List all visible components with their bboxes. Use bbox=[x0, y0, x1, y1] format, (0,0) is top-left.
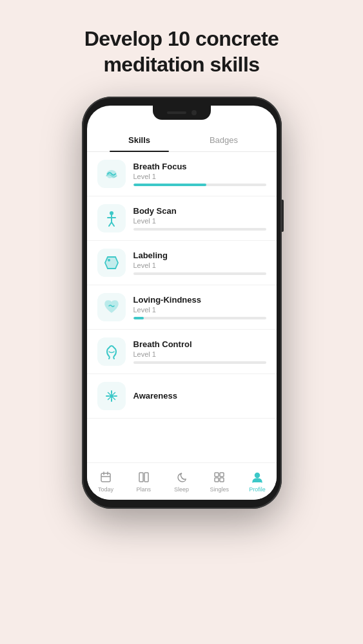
breath-control-icon bbox=[97, 337, 126, 366]
svg-rect-12 bbox=[144, 473, 148, 482]
notch-speaker bbox=[167, 111, 186, 114]
svg-point-6 bbox=[110, 394, 113, 398]
loving-kindness-icon bbox=[97, 293, 126, 321]
progress-bar bbox=[133, 228, 266, 231]
svg-rect-13 bbox=[215, 473, 219, 477]
plans-icon bbox=[137, 470, 151, 484]
svg-point-17 bbox=[255, 473, 260, 478]
svg-rect-15 bbox=[215, 478, 219, 482]
nav-plans[interactable]: Plans bbox=[124, 470, 162, 493]
svg-rect-11 bbox=[139, 473, 143, 482]
nav-profile[interactable]: Profile bbox=[239, 470, 277, 493]
list-item[interactable]: Body Scan Level 1 bbox=[87, 196, 277, 241]
today-icon bbox=[99, 470, 113, 484]
awareness-icon bbox=[97, 382, 126, 410]
nav-today[interactable]: Today bbox=[87, 470, 125, 493]
sleep-icon bbox=[174, 470, 188, 484]
page-headline: Develop 10 concretemeditation skills bbox=[84, 26, 279, 77]
progress-bar bbox=[133, 317, 266, 319]
tab-badges[interactable]: Badges bbox=[182, 129, 266, 151]
progress-bar bbox=[133, 184, 266, 186]
progress-bar bbox=[133, 361, 266, 364]
list-item[interactable]: Labeling Level 1 bbox=[87, 241, 277, 285]
singles-icon bbox=[212, 470, 226, 484]
skill-name: Loving-Kindness bbox=[133, 295, 266, 305]
nav-today-label: Today bbox=[98, 486, 113, 493]
skill-level: Level 1 bbox=[133, 217, 266, 225]
tab-bar: Skills Badges bbox=[87, 129, 277, 152]
labeling-info: Labeling Level 1 bbox=[133, 251, 266, 275]
skill-level: Level 1 bbox=[133, 350, 266, 358]
awareness-info: Awareness bbox=[133, 391, 266, 402]
skills-list: Breath Focus Level 1 bbox=[87, 152, 277, 462]
svg-rect-16 bbox=[220, 478, 224, 482]
nav-profile-label: Profile bbox=[249, 486, 266, 493]
list-item[interactable]: Awareness bbox=[87, 374, 277, 419]
skill-level: Level 1 bbox=[133, 306, 266, 314]
notch-camera bbox=[191, 110, 197, 115]
breath-control-info: Breath Control Level 1 bbox=[133, 339, 266, 364]
skill-name: Breath Control bbox=[133, 339, 266, 349]
svg-rect-14 bbox=[220, 473, 224, 477]
svg-rect-7 bbox=[101, 473, 110, 482]
phone-mockup: Skills Badges bbox=[82, 97, 282, 509]
svg-line-4 bbox=[112, 222, 114, 226]
progress-bar bbox=[133, 272, 266, 275]
tab-skills[interactable]: Skills bbox=[97, 129, 182, 151]
skill-level: Level 1 bbox=[133, 261, 266, 269]
profile-icon bbox=[250, 470, 264, 484]
nav-plans-label: Plans bbox=[136, 486, 151, 493]
progress-fill bbox=[133, 184, 206, 186]
body-scan-info: Body Scan Level 1 bbox=[133, 206, 266, 231]
screen-content: Skills Badges bbox=[87, 106, 277, 500]
skill-name: Body Scan bbox=[133, 206, 266, 216]
loving-kindness-info: Loving-Kindness Level 1 bbox=[133, 295, 266, 319]
breath-focus-icon bbox=[97, 160, 126, 188]
nav-sleep[interactable]: Sleep bbox=[162, 470, 201, 493]
nav-sleep-label: Sleep bbox=[174, 486, 189, 493]
svg-point-5 bbox=[108, 259, 110, 261]
skill-name: Labeling bbox=[133, 251, 266, 260]
nav-singles-label: Singles bbox=[210, 486, 230, 493]
bottom-nav: Today Plans bbox=[87, 462, 277, 500]
list-item[interactable]: Loving-Kindness Level 1 bbox=[87, 285, 277, 330]
progress-fill bbox=[133, 317, 144, 319]
nav-singles[interactable]: Singles bbox=[201, 470, 239, 493]
skill-level: Level 1 bbox=[133, 173, 266, 180]
labeling-icon bbox=[97, 249, 126, 277]
body-scan-icon bbox=[97, 204, 126, 232]
skill-name: Breath Focus bbox=[133, 162, 266, 171]
list-item[interactable]: Breath Control Level 1 bbox=[87, 330, 277, 374]
list-item[interactable]: Breath Focus Level 1 bbox=[87, 152, 277, 196]
phone-screen: Skills Badges bbox=[87, 106, 277, 500]
phone-notch bbox=[153, 106, 211, 120]
breath-focus-info: Breath Focus Level 1 bbox=[133, 162, 266, 186]
skill-name: Awareness bbox=[133, 391, 266, 401]
